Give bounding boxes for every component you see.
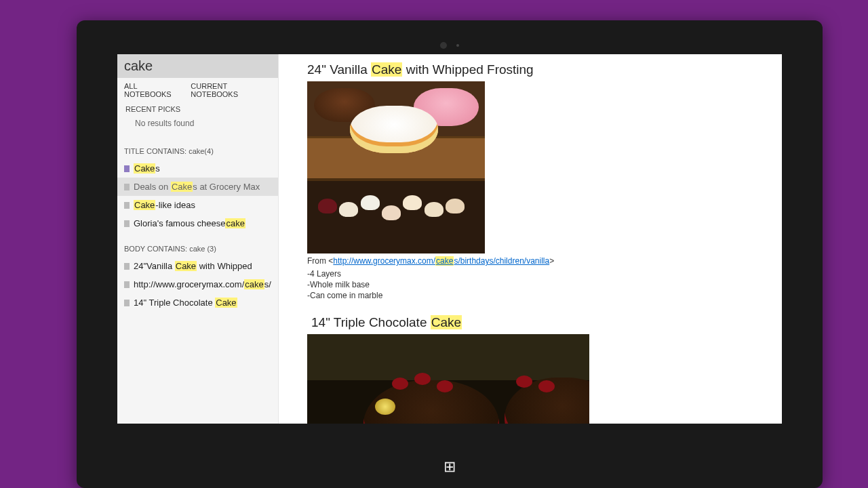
result-title-0[interactable]: Cakes bbox=[117, 159, 278, 178]
bullet-line: -4 Layers bbox=[307, 268, 768, 279]
body-contains-header: BODY CONTAINS: cake (3) bbox=[117, 232, 278, 257]
windows-home-icon[interactable]: ⊞ bbox=[443, 458, 456, 476]
camera-assembly bbox=[440, 42, 459, 49]
page-icon bbox=[124, 300, 130, 306]
source-line: From <http://www.grocerymax.com/cakes/bi… bbox=[307, 256, 768, 266]
search-panel: cake ALL NOTEBOOKS CURRENT NOTEBOOKS REC… bbox=[117, 54, 279, 424]
bakery-photo-1 bbox=[307, 81, 485, 253]
page-icon bbox=[124, 220, 130, 227]
result-text: 14" Triple Chocolate Cake bbox=[134, 298, 237, 308]
bakery-photo-2 bbox=[307, 334, 589, 424]
title-contains-header: TITLE CONTAINS: cake(4) bbox=[117, 135, 278, 159]
result-title-1[interactable]: Deals on Cakes at Grocery Max bbox=[117, 178, 278, 196]
page-icon bbox=[124, 202, 130, 209]
sensor-dot-icon bbox=[456, 44, 459, 47]
result-text: http://www.grocerymax.com/cakes/ bbox=[134, 279, 271, 289]
note-content: 24" Vanilla Cake with Whipped Frosting F… bbox=[279, 54, 782, 424]
note-heading-2: 14" Triple Chocolate Cake bbox=[311, 315, 768, 330]
note-heading-1: 24" Vanilla Cake with Whipped Frosting bbox=[307, 62, 768, 77]
result-text: Cakes bbox=[134, 163, 160, 174]
scope-current-notebooks[interactable]: CURRENT NOTEBOOKS bbox=[191, 82, 271, 98]
result-text: 24"Vanilla Cake with Whipped bbox=[134, 261, 252, 271]
result-body-2[interactable]: 14" Triple Chocolate Cake bbox=[117, 293, 278, 312]
scope-all-notebooks[interactable]: ALL NOTEBOOKS bbox=[124, 82, 182, 98]
camera-lens-icon bbox=[440, 42, 447, 49]
bullet-line: -Whole milk base bbox=[307, 279, 768, 290]
result-body-1[interactable]: http://www.grocerymax.com/cakes/ bbox=[117, 275, 278, 293]
source-link[interactable]: http://www.grocerymax.com/cakes/birthday… bbox=[333, 256, 549, 266]
result-text: Cake-like ideas bbox=[134, 200, 195, 210]
detail-bullets: -4 Layers -Whole milk base -Can come in … bbox=[307, 268, 768, 302]
bullet-line: -Can come in marble bbox=[307, 290, 768, 301]
result-text: Deals on Cakes at Grocery Max bbox=[134, 182, 260, 192]
scope-tabs: ALL NOTEBOOKS CURRENT NOTEBOOKS bbox=[117, 78, 278, 100]
result-title-3[interactable]: Gloria's famous cheesecake bbox=[117, 214, 278, 232]
page-icon bbox=[124, 165, 130, 172]
recent-picks-empty: No results found bbox=[117, 116, 278, 135]
app-screen: cake ALL NOTEBOOKS CURRENT NOTEBOOKS REC… bbox=[117, 54, 782, 424]
result-text: Gloria's famous cheesecake bbox=[134, 218, 245, 228]
page-icon bbox=[124, 263, 130, 270]
tablet-frame: cake ALL NOTEBOOKS CURRENT NOTEBOOKS REC… bbox=[77, 20, 823, 488]
page-icon bbox=[124, 281, 130, 288]
recent-picks-label: RECENT PICKS bbox=[117, 100, 278, 116]
result-title-2[interactable]: Cake-like ideas bbox=[117, 196, 278, 214]
search-input[interactable]: cake bbox=[117, 54, 278, 78]
page-icon bbox=[124, 184, 130, 190]
result-body-0[interactable]: 24"Vanilla Cake with Whipped bbox=[117, 257, 278, 275]
